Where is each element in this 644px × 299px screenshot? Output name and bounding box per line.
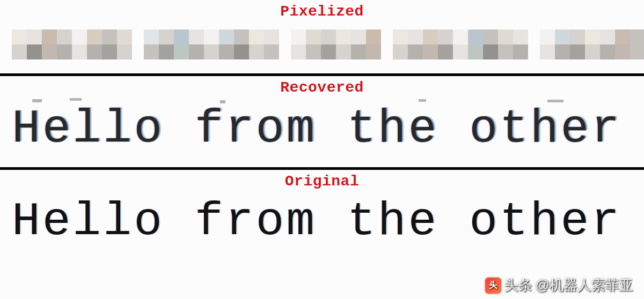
pixel-block xyxy=(264,29,279,44)
pixel-block xyxy=(87,29,102,44)
pixel-block xyxy=(615,29,630,44)
pixel-word xyxy=(291,29,381,59)
pixel-block xyxy=(600,29,615,44)
pixel-block xyxy=(57,44,72,59)
pixel-block xyxy=(57,29,72,44)
pixel-block xyxy=(630,44,644,59)
pixel-block xyxy=(336,29,351,44)
pixel-block xyxy=(234,29,249,44)
pixel-block xyxy=(234,44,249,59)
pixel-block xyxy=(615,44,630,59)
pixel-block xyxy=(159,29,174,44)
pixel-block xyxy=(306,44,321,59)
pixel-block xyxy=(204,29,219,44)
figure-root: Pixelized Recovered Hello from the other… xyxy=(0,0,644,299)
label-original: Original xyxy=(0,170,644,192)
pixel-word xyxy=(144,29,279,59)
pixelized-content xyxy=(0,22,644,73)
pixel-block xyxy=(468,44,483,59)
pixel-block xyxy=(408,29,423,44)
pixel-block xyxy=(453,29,468,44)
pixel-block xyxy=(498,44,513,59)
pixel-block xyxy=(351,44,366,59)
pixel-block xyxy=(555,44,570,59)
pixel-block xyxy=(483,44,498,59)
pixel-block xyxy=(291,29,306,44)
pixel-block xyxy=(291,44,306,59)
pixel-block xyxy=(438,44,453,59)
pixel-block xyxy=(498,29,513,44)
pixel-block xyxy=(204,44,219,59)
original-text: Hello from the other side xyxy=(12,195,632,248)
recovered-content: Hello from the other side xyxy=(0,98,644,167)
pixel-block xyxy=(468,29,483,44)
pixel-block xyxy=(144,44,159,59)
pixel-block xyxy=(438,29,453,44)
section-recovered: Recovered Hello from the other side xyxy=(0,76,644,167)
section-pixelized: Pixelized xyxy=(0,0,644,73)
pixel-block xyxy=(306,29,321,44)
pixel-block xyxy=(513,44,528,59)
pixel-block xyxy=(144,29,159,44)
pixel-block xyxy=(102,29,117,44)
original-content: Hello from the other side xyxy=(0,192,644,253)
pixel-block xyxy=(585,44,600,59)
pixel-block xyxy=(483,29,498,44)
pixel-block xyxy=(249,29,264,44)
pixel-block xyxy=(570,29,585,44)
pixel-block xyxy=(27,29,42,44)
watermark-handle: @机器人索菲亚 xyxy=(536,276,633,295)
pixel-block xyxy=(117,29,132,44)
pixel-block xyxy=(540,44,555,59)
pixel-block xyxy=(117,44,132,59)
pixel-block xyxy=(585,29,600,44)
pixel-block xyxy=(72,44,87,59)
pixel-block xyxy=(102,44,117,59)
pixel-block xyxy=(408,44,423,59)
pixel-block xyxy=(336,44,351,59)
pixel-block xyxy=(174,44,189,59)
pixel-block xyxy=(27,44,42,59)
pixel-block xyxy=(351,29,366,44)
pixel-block xyxy=(366,29,381,44)
pixel-block xyxy=(393,29,408,44)
pixel-block xyxy=(174,29,189,44)
pixel-block xyxy=(570,44,585,59)
pixel-block xyxy=(72,29,87,44)
pixel-word xyxy=(393,29,528,59)
watermark-logo-icon: 头 xyxy=(485,278,501,294)
watermark: 头 头条 @机器人索菲亚 xyxy=(485,276,633,295)
recovered-text: Hello from the other side xyxy=(12,102,632,155)
pixel-block xyxy=(366,44,381,59)
pixel-block xyxy=(630,29,644,44)
noise-artifact xyxy=(70,98,82,101)
pixel-block xyxy=(87,44,102,59)
section-original: Original Hello from the other side xyxy=(0,170,644,253)
pixel-block xyxy=(42,29,57,44)
pixel-block xyxy=(321,29,336,44)
pixel-block xyxy=(393,44,408,59)
pixel-block xyxy=(513,29,528,44)
pixel-block xyxy=(189,44,204,59)
pixel-block xyxy=(189,29,204,44)
pixel-block xyxy=(219,44,234,59)
pixel-word xyxy=(540,29,644,59)
pixel-block xyxy=(219,29,234,44)
pixel-block xyxy=(12,29,27,44)
pixel-block xyxy=(600,44,615,59)
pixel-block xyxy=(555,29,570,44)
pixel-block xyxy=(264,44,279,59)
pixel-block xyxy=(321,44,336,59)
pixel-word xyxy=(12,29,132,59)
pixel-block xyxy=(249,44,264,59)
pixel-block xyxy=(453,44,468,59)
pixel-block xyxy=(159,44,174,59)
pixel-block xyxy=(42,44,57,59)
pixel-block xyxy=(423,29,438,44)
pixel-block xyxy=(423,44,438,59)
label-recovered: Recovered xyxy=(0,76,644,98)
pixel-block xyxy=(540,29,555,44)
watermark-prefix: 头条 xyxy=(504,276,532,295)
label-pixelized: Pixelized xyxy=(0,0,644,22)
pixel-block xyxy=(12,44,27,59)
